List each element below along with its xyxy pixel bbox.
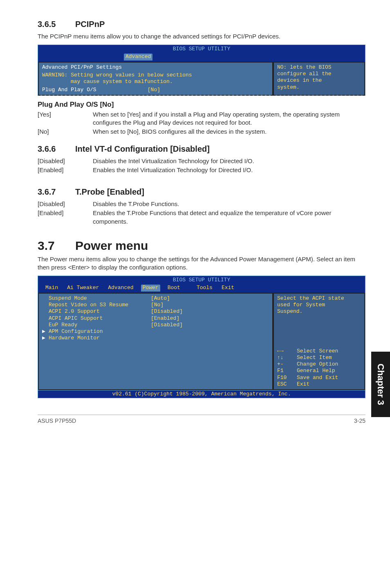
bios2-sub-1[interactable]: ▶Hardware Monitor xyxy=(42,335,269,341)
bios1-item-row[interactable]: Plug And Play O/S [No] xyxy=(42,87,269,93)
bios2-item-1[interactable]: Repost Video on S3 Resume[No] xyxy=(42,302,269,308)
key-select-item: ↑↓Select Item xyxy=(277,355,361,361)
bios1-help-l2: configure all the xyxy=(277,71,361,77)
bios2-item-4-label: EuP Ready xyxy=(49,322,151,328)
triangle-right-icon: ▶ xyxy=(42,328,49,335)
bios2-item-2[interactable]: ACPI 2.0 Support[Disabled] xyxy=(42,308,269,315)
bios1-help-l1: NO: lets the BIOS xyxy=(277,64,361,71)
key-d-4: Save and Exit xyxy=(297,375,338,381)
heading-366-num: 3.6.6 xyxy=(38,144,75,154)
row-yes: [Yes] When set to [Yes] and if you insta… xyxy=(38,110,365,127)
bios2-help-l2: used for System xyxy=(277,302,361,308)
footer-right: 3-25 xyxy=(354,417,365,424)
bios1-item-label: Plug And Play O/S xyxy=(42,87,144,93)
row-no-value: When set to [No], BIOS configures all th… xyxy=(93,128,365,136)
row-no: [No] When set to [No], BIOS configures a… xyxy=(38,128,365,136)
intro-37: The Power menu items allow you to change… xyxy=(38,255,365,272)
bios2-body: Suspend Mode[Auto] Repost Video on S3 Re… xyxy=(38,293,365,391)
key-d-3: General Help xyxy=(297,368,335,374)
key-change-option: +-Change Option xyxy=(277,361,361,368)
bios2-item-3[interactable]: ACPI APIC Support[Enabled] xyxy=(42,315,269,322)
key-select-screen: ←→Select Screen xyxy=(277,348,361,355)
bios1-warn-l1: WARNING: Setting wrong values in below s… xyxy=(42,72,192,78)
key-arrows-ud-icon: ↑↓ xyxy=(277,355,297,361)
bios2-item-1-label: Repost Video on S3 Resume xyxy=(49,302,151,308)
bios1-help-l3: devices in the xyxy=(277,77,361,84)
bios1-warn-l2: may cause system to malfunction. xyxy=(42,79,173,85)
key-esc: ESC xyxy=(277,381,297,388)
bios2-item-1-value: [No] xyxy=(151,302,164,308)
bios1-body: Advanced PCI/PnP Settings WARNING: Setti… xyxy=(38,62,365,96)
footer-left: ASUS P7P55D xyxy=(38,417,76,424)
bios2-keyhelp: ←→Select Screen ↑↓Select Item +-Change O… xyxy=(277,348,361,388)
bios1-tab-advanced[interactable]: Advanced xyxy=(124,54,152,61)
key-exit: ESCExit xyxy=(277,381,361,388)
bios2-item-3-value: [Enabled] xyxy=(151,315,179,321)
heading-367: 3.6.7T.Probe [Enabled] xyxy=(38,187,365,197)
row-367-enabled-value: Enables the T.Probe Functions that detec… xyxy=(93,209,365,226)
row-yes-label: [Yes] xyxy=(38,110,93,127)
triangle-right-icon: ▶ xyxy=(42,335,49,341)
bios1-main: Advanced PCI/PnP Settings WARNING: Setti… xyxy=(38,62,273,96)
key-d-0: Select Screen xyxy=(297,348,338,355)
bios2-tab-main[interactable]: Main xyxy=(44,285,60,292)
page-footer: ASUS P7P55D 3-25 xyxy=(38,415,365,424)
bios2-item-0-label: Suspend Mode xyxy=(49,295,151,302)
key-d-2: Change Option xyxy=(297,361,338,368)
intro-365: The PCIPnP menu items allow you to chang… xyxy=(38,32,365,40)
bios2-item-2-value: [Disabled] xyxy=(151,308,183,314)
bios1-item-value: [No] xyxy=(148,87,160,93)
key-general-help: F1General Help xyxy=(277,368,361,374)
key-f1: F1 xyxy=(277,368,297,374)
bios2-item-4[interactable]: EuP Ready[Disabled] xyxy=(42,322,269,328)
key-d-5: Exit xyxy=(297,381,309,388)
bios2-help-l3: Suspend. xyxy=(277,308,361,315)
bios2-side: Select the ACPI state used for System Su… xyxy=(273,293,365,390)
bios2-tabbar: Main Ai Tweaker Advanced Power Boot Tool… xyxy=(38,285,365,293)
bios-box-power: BIOS SETUP UTILITY Main Ai Tweaker Advan… xyxy=(38,276,365,398)
heading-367-num: 3.6.7 xyxy=(38,187,75,197)
key-d-1: Select Item xyxy=(297,355,332,361)
heading-37-num: 3.7 xyxy=(38,239,75,253)
bios2-title: BIOS SETUP UTILITY xyxy=(38,276,365,284)
bios2-sub-0[interactable]: ▶APM Configuration xyxy=(42,328,269,335)
heading-367-title: T.Probe [Enabled] xyxy=(75,187,144,196)
bios2-titlebar: BIOS SETUP UTILITY xyxy=(38,276,365,284)
row-367-enabled-label: [Enabled] xyxy=(38,209,93,226)
bios2-tab-tools[interactable]: Tools xyxy=(195,285,214,292)
bios2-tab-advanced[interactable]: Advanced xyxy=(106,285,135,292)
bios2-item-2-label: ACPI 2.0 Support xyxy=(49,308,151,315)
row-366-enabled-label: [Enabled] xyxy=(38,166,93,174)
row-366-enabled: [Enabled] Enables the Intel Virtualizati… xyxy=(38,166,365,174)
key-f10: F10 xyxy=(277,375,297,381)
bios2-tab-ai-tweaker[interactable]: Ai Tweaker xyxy=(65,285,101,292)
bios2-item-0[interactable]: Suspend Mode[Auto] xyxy=(42,295,269,302)
row-367-disabled: [Disabled] Disables the T.Probe Function… xyxy=(38,200,365,208)
: Hardware Monitor xyxy=(49,335,100,341)
bios1-heading: Advanced PCI/PnP Settings xyxy=(42,64,269,71)
bios2-help-l1: Select the ACPI state xyxy=(277,295,361,302)
row-367-disabled-value: Disables the T.Probe Functions. xyxy=(93,200,365,208)
key-plus-minus-icon: +- xyxy=(277,361,297,368)
heading-37: 3.7Power menu xyxy=(38,239,365,253)
sub-heading-plug-play: Plug And Play O/S [No] xyxy=(38,101,365,109)
bios2-tab-boot[interactable]: Boot xyxy=(166,285,182,292)
heading-365-num: 3.6.5 xyxy=(38,20,75,29)
key-arrows-lr-icon: ←→ xyxy=(277,348,297,355)
heading-366: 3.6.6Intel VT-d Configuration [Disabled] xyxy=(38,144,365,154)
bios2-tab-power[interactable]: Power xyxy=(141,285,160,292)
chapter-side-tab: Chapter 3 xyxy=(371,352,390,417)
bios2-main: Suspend Mode[Auto] Repost Video on S3 Re… xyxy=(38,293,273,390)
bios2-tab-exit[interactable]: Exit xyxy=(220,285,236,292)
row-366-enabled-value: Enables the Intel Virtualization Technol… xyxy=(93,166,365,174)
chapter-side-tab-text: Chapter 3 xyxy=(375,364,386,405)
bios1-title: BIOS SETUP UTILITY xyxy=(38,45,365,53)
bios1-tabbar: Advanced xyxy=(38,54,365,62)
bios1-help-l4: system. xyxy=(277,84,361,91)
heading-365-title: PCIPnP xyxy=(75,20,105,29)
row-no-label: [No] xyxy=(38,128,93,136)
row-366-disabled-label: [Disabled] xyxy=(38,157,93,165)
bios1-side: NO: lets the BIOS configure all the devi… xyxy=(273,62,365,96)
row-yes-value: When set to [Yes] and if you install a P… xyxy=(93,110,365,127)
row-366-disabled: [Disabled] Disables the Intel Virtualiza… xyxy=(38,157,365,165)
